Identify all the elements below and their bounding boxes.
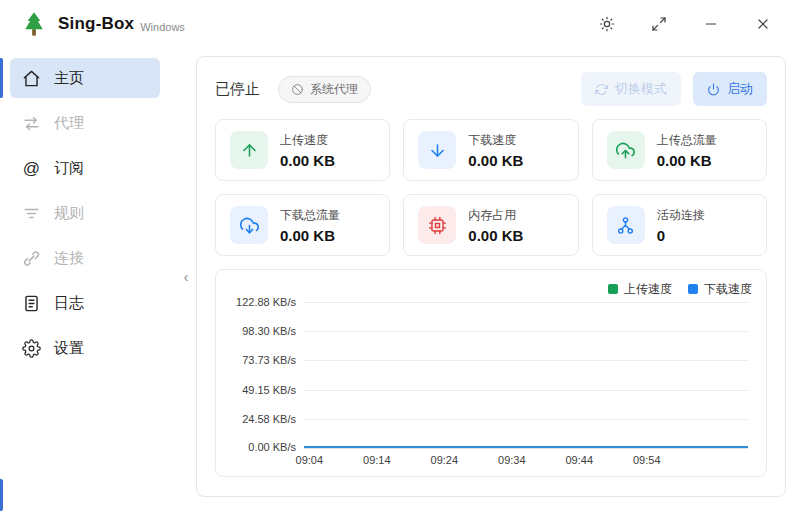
stat-card-memory: 内存占用 0.00 KB — [403, 194, 578, 256]
sidebar-item-label: 设置 — [54, 339, 84, 358]
system-proxy-label: 系统代理 — [310, 81, 358, 98]
stat-value: 0.00 KB — [280, 227, 340, 244]
legend-item-download: 下载速度 — [688, 281, 752, 298]
stat-value: 0.00 KB — [657, 152, 717, 169]
settings-icon — [22, 339, 41, 358]
sidebar-item-rules[interactable]: 规则 — [10, 193, 160, 233]
titlebar: Sing-Box Windows — [0, 0, 800, 48]
traffic-chart: 上传速度 下载速度 122.88 KB/s 98.30 KB/s — [215, 269, 767, 477]
status-row: 已停止 系统代理 切换模式 — [215, 73, 767, 105]
sidebar: 主页 代理 @ 订阅 规则 — [0, 48, 170, 511]
theme-toggle-button[interactable] — [598, 15, 616, 33]
legend-label: 上传速度 — [624, 281, 672, 298]
sidebar-item-settings[interactable]: 设置 — [10, 328, 160, 368]
app-title: Sing-Box — [58, 14, 134, 34]
stat-label: 下载速度 — [468, 132, 523, 149]
status-label: 已停止 — [215, 80, 260, 99]
app-logo-tree-icon — [20, 10, 48, 38]
nav-selection-indicator — [0, 58, 3, 98]
chevron-left-icon: ‹ — [184, 268, 189, 285]
chart-plot-area: 122.88 KB/s 98.30 KB/s 73.73 KB/s 49.15 … — [230, 302, 752, 448]
stat-card-download-total: 下载总流量 0.00 KB — [215, 194, 390, 256]
switch-mode-button[interactable]: 切换模式 — [581, 72, 681, 106]
chart-series-lines — [304, 302, 748, 448]
power-icon — [707, 83, 720, 96]
status-actions: 切换模式 启动 — [581, 72, 767, 106]
sidebar-item-logs[interactable]: 日志 — [10, 283, 160, 323]
stat-label: 活动连接 — [657, 207, 705, 224]
accent-strip-bottom — [0, 479, 3, 511]
stat-card-upload-total: 上传总流量 0.00 KB — [592, 119, 767, 181]
x-axis-label: 09:24 — [431, 454, 459, 466]
home-icon — [22, 69, 41, 88]
main-area: ‹ 已停止 系统代理 切换模式 — [170, 48, 800, 511]
stat-label: 下载总流量 — [280, 207, 340, 224]
stats-grid: 上传速度 0.00 KB 下载速度 0.00 KB — [215, 119, 767, 256]
fullscreen-button[interactable] — [650, 15, 668, 33]
legend-item-upload: 上传速度 — [608, 281, 672, 298]
minimize-button[interactable] — [702, 15, 720, 33]
stat-card-active-connections: 活动连接 0 — [592, 194, 767, 256]
y-axis-label: 122.88 KB/s — [230, 296, 296, 308]
switch-mode-label: 切换模式 — [615, 80, 667, 98]
collapse-sidebar-handle[interactable]: ‹ — [178, 261, 194, 293]
close-icon — [755, 16, 771, 32]
y-axis-label: 98.30 KB/s — [230, 325, 296, 337]
x-axis-label: 09:54 — [633, 454, 661, 466]
sidebar-item-label: 连接 — [54, 249, 84, 268]
stat-label: 上传速度 — [280, 132, 335, 149]
proxy-icon — [22, 114, 41, 133]
sidebar-item-label: 代理 — [54, 114, 84, 133]
connections-count-icon — [607, 206, 645, 244]
sun-icon — [599, 16, 615, 32]
legend-swatch — [688, 284, 698, 294]
sidebar-item-label: 主页 — [54, 69, 84, 88]
rules-icon — [22, 204, 41, 223]
y-axis-label: 73.73 KB/s — [230, 354, 296, 366]
sidebar-item-proxy[interactable]: 代理 — [10, 103, 160, 143]
x-axis-label: 09:04 — [296, 454, 324, 466]
sidebar-item-label: 日志 — [54, 294, 84, 313]
sidebar-item-label: 规则 — [54, 204, 84, 223]
x-axis-label: 09:34 — [498, 454, 526, 466]
swap-icon — [595, 83, 608, 96]
cloud-download-icon — [230, 206, 268, 244]
stat-card-upload-speed: 上传速度 0.00 KB — [215, 119, 390, 181]
legend-label: 下载速度 — [704, 281, 752, 298]
stat-label: 内存占用 — [468, 207, 523, 224]
y-axis-label: 49.15 KB/s — [230, 384, 296, 396]
x-axis-label: 09:44 — [566, 454, 594, 466]
stat-label: 上传总流量 — [657, 132, 717, 149]
start-label: 启动 — [727, 80, 753, 98]
chart-x-axis: 09:04 09:14 09:24 09:34 09:44 09:54 — [304, 448, 748, 470]
stat-value: 0.00 KB — [280, 152, 335, 169]
subscription-icon: @ — [22, 159, 41, 178]
minimize-icon — [703, 16, 719, 32]
stat-value: 0 — [657, 227, 705, 244]
sidebar-item-home[interactable]: 主页 — [10, 58, 160, 98]
stat-value: 0.00 KB — [468, 152, 523, 169]
system-proxy-badge[interactable]: 系统代理 — [278, 76, 371, 103]
connections-icon — [22, 249, 41, 268]
close-button[interactable] — [754, 15, 772, 33]
prohibit-icon — [291, 83, 304, 96]
stat-card-download-speed: 下载速度 0.00 KB — [403, 119, 578, 181]
y-axis-label: 24.58 KB/s — [230, 413, 296, 425]
chart-legend: 上传速度 下载速度 — [230, 280, 752, 298]
platform-label: Windows — [140, 21, 185, 33]
x-axis-label: 09:14 — [363, 454, 391, 466]
sidebar-item-connections[interactable]: 连接 — [10, 238, 160, 278]
start-button[interactable]: 启动 — [693, 72, 767, 106]
sidebar-item-label: 订阅 — [54, 159, 84, 178]
upload-arrow-icon — [230, 131, 268, 169]
legend-swatch — [608, 284, 618, 294]
main-panel: ‹ 已停止 系统代理 切换模式 — [196, 56, 786, 497]
stat-value: 0.00 KB — [468, 227, 523, 244]
window-controls — [598, 15, 772, 33]
memory-icon — [418, 206, 456, 244]
y-axis-label: 0.00 KB/s — [230, 441, 296, 453]
sidebar-item-subscription[interactable]: @ 订阅 — [10, 148, 160, 188]
expand-icon — [651, 16, 667, 32]
cloud-upload-icon — [607, 131, 645, 169]
download-arrow-icon — [418, 131, 456, 169]
